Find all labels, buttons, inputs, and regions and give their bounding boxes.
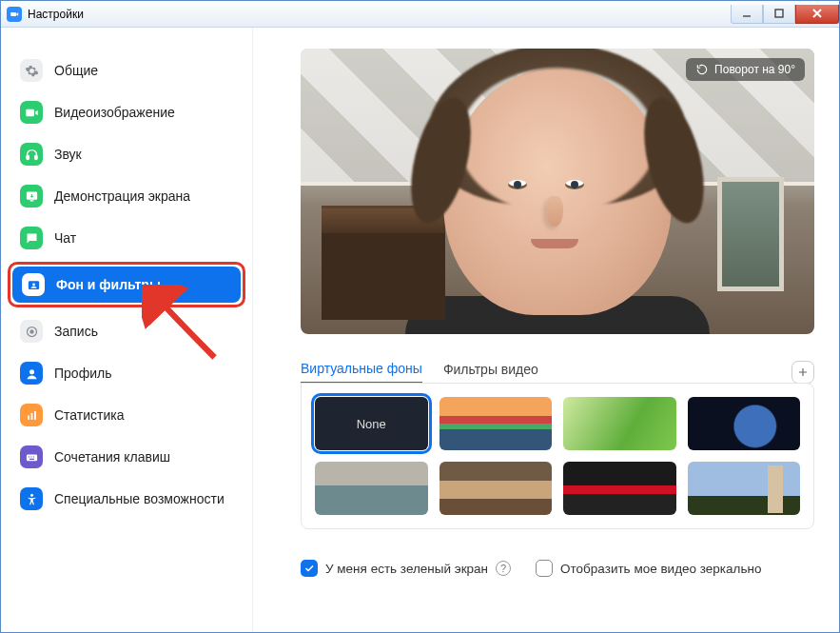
window-title: Настройки [28, 8, 84, 21]
sidebar-item-chat[interactable]: Чат [10, 220, 243, 256]
zoom-app-icon [7, 7, 22, 22]
green-screen-label: У меня есть зеленый экран [325, 562, 488, 576]
svg-point-15 [28, 456, 29, 457]
main-panel: Поворот на 90° Виртуальные фоны Фильтры … [253, 28, 839, 632]
sidebar-item-label: Сочетания клавиш [54, 449, 170, 465]
bg-tabs: Виртуальные фоны Фильтры видео [301, 361, 814, 384]
svg-point-9 [29, 329, 33, 333]
sidebar-item-statistics[interactable]: Статистика [10, 397, 243, 433]
svg-rect-11 [28, 415, 29, 419]
sidebar-item-shortcuts[interactable]: Сочетания клавиш [10, 439, 243, 475]
green-screen-checkbox[interactable]: У меня есть зеленый экран ? [301, 560, 511, 577]
bg-thumb-none[interactable]: None [315, 397, 428, 450]
sidebar-item-general[interactable]: Общие [10, 52, 243, 89]
bg-thumb-lake[interactable] [315, 462, 428, 515]
close-button[interactable] [795, 5, 839, 24]
checkbox-on-icon [301, 560, 318, 577]
chat-icon [20, 227, 43, 249]
rotate-90-button[interactable]: Поворот на 90° [686, 58, 805, 81]
title-bar[interactable]: Настройки [1, 1, 839, 28]
sidebar-item-label: Чат [54, 230, 76, 247]
video-icon [20, 101, 43, 124]
video-preview[interactable]: Поворот на 90° [301, 49, 814, 334]
svg-rect-18 [29, 458, 34, 459]
sidebar-item-label: Общие [54, 63, 98, 79]
sidebar-item-label: Статистика [54, 407, 125, 424]
sidebar-item-video[interactable]: Видеоизображение [10, 94, 243, 130]
svg-rect-3 [34, 155, 37, 159]
svg-point-19 [30, 493, 33, 496]
minimize-button[interactable] [731, 5, 763, 24]
record-icon [20, 320, 43, 343]
headphones-icon [20, 143, 43, 166]
sidebar-item-label: Демонстрация экрана [54, 188, 190, 205]
svg-point-7 [32, 283, 35, 286]
svg-point-17 [32, 456, 33, 457]
svg-point-16 [30, 456, 31, 457]
profile-icon [20, 362, 43, 385]
sidebar-item-label: Профиль [54, 366, 111, 382]
sidebar-item-background-filters[interactable]: Фон и фильтры [12, 267, 241, 303]
screen-share-icon [20, 185, 43, 208]
sidebar-item-label: Запись [54, 324, 98, 340]
sidebar-item-label: Фон и фильтры [56, 277, 161, 293]
sidebar-item-screen-share[interactable]: Демонстрация экрана [10, 178, 243, 214]
sidebar-item-label: Видеоизображение [54, 105, 175, 121]
maximize-button[interactable] [763, 5, 795, 24]
bg-thumb-grass[interactable] [563, 397, 676, 450]
tab-virtual-backgrounds[interactable]: Виртуальные фоны [301, 361, 422, 384]
background-grid: None [301, 383, 814, 529]
mirror-label: Отобразить мое видео зеркально [560, 562, 761, 576]
bg-thumb-bridge[interactable] [440, 397, 553, 450]
accessibility-icon [20, 487, 43, 510]
gear-icon [20, 59, 43, 82]
bg-thumb-loft[interactable] [440, 462, 553, 515]
add-background-button[interactable] [791, 361, 814, 384]
sidebar-item-audio[interactable]: Звук [10, 136, 243, 172]
tab-video-filters[interactable]: Фильтры видео [443, 362, 538, 383]
settings-sidebar: Общие Видеоизображение Звук Демонстрация… [1, 28, 253, 632]
bg-thumb-tower[interactable] [688, 462, 801, 515]
stats-icon [20, 404, 43, 426]
settings-window: Настройки Общие [0, 0, 840, 633]
mirror-checkbox[interactable]: Отобразить мое видео зеркально [536, 560, 761, 577]
background-icon [22, 273, 45, 296]
keyboard-icon [20, 445, 43, 468]
sidebar-item-profile[interactable]: Профиль [10, 355, 243, 391]
svg-rect-5 [29, 200, 33, 201]
bottom-options: У меня есть зеленый экран ? Отобразить м… [301, 560, 814, 577]
rotate-label: Поворот на 90° [714, 63, 795, 76]
bg-thumb-arena[interactable] [563, 462, 676, 515]
svg-rect-13 [34, 411, 36, 420]
callout-highlight: Фон и фильтры [8, 262, 245, 307]
checkbox-off-icon [536, 560, 553, 577]
svg-point-10 [29, 369, 34, 374]
svg-rect-1 [775, 10, 783, 17]
help-icon[interactable]: ? [496, 561, 511, 576]
sidebar-item-accessibility[interactable]: Специальные возможности [10, 481, 243, 517]
sidebar-item-recording[interactable]: Запись [10, 313, 243, 349]
svg-rect-12 [30, 413, 32, 420]
svg-rect-2 [26, 155, 29, 159]
svg-rect-14 [26, 454, 36, 461]
sidebar-item-label: Звук [54, 147, 82, 163]
sidebar-item-label: Специальные возможности [54, 491, 225, 507]
bg-thumb-earth[interactable] [688, 397, 801, 450]
